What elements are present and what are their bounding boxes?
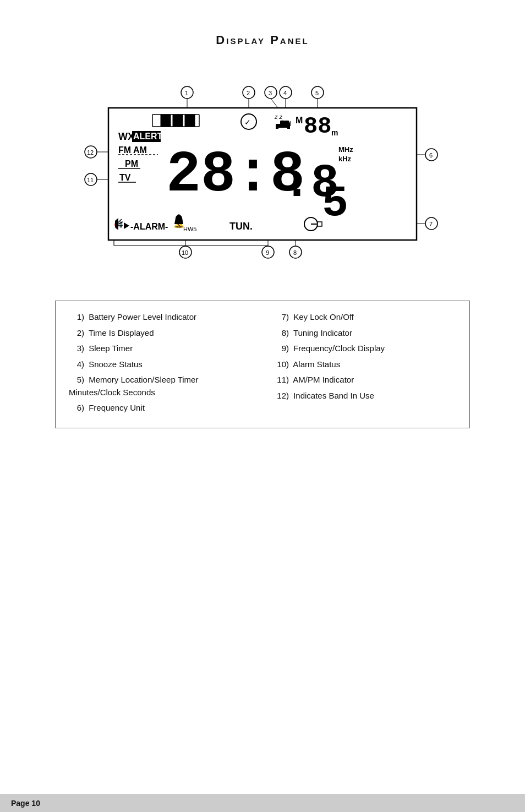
list-item: 11) AM/PM Indicator	[274, 374, 456, 386]
list-item: 10) Alarm Status	[274, 358, 456, 371]
svg-text:FM AM: FM AM	[118, 145, 147, 155]
svg-text:5: 5	[315, 90, 319, 96]
list-item: 9) Frequency/Clock Display	[274, 342, 456, 355]
list-item: 5) Memory Location/Sleep Timer Minutes/C…	[69, 374, 251, 399]
svg-rect-3	[185, 115, 195, 127]
svg-text:m: m	[331, 128, 338, 137]
svg-text:PM: PM	[125, 159, 138, 168]
svg-text:WX: WX	[118, 131, 134, 142]
svg-rect-27	[287, 127, 290, 129]
svg-text:11: 11	[87, 177, 94, 183]
list-item: 4) Snooze Status	[69, 358, 251, 371]
svg-text:12: 12	[87, 149, 94, 156]
svg-rect-2	[173, 115, 183, 127]
svg-text:-ALARM-: -ALARM-	[130, 222, 168, 231]
svg-text:88: 88	[304, 113, 331, 140]
svg-text:4: 4	[283, 90, 287, 96]
page-number: Page 10	[11, 799, 40, 808]
list-item: 1) Battery Power Level Indicator	[69, 311, 251, 324]
ref-col-right: 7) Key Lock On/Off 8) Tuning Indicator 9…	[274, 311, 456, 418]
svg-text:TUN.: TUN.	[229, 221, 253, 232]
svg-text:3: 3	[269, 90, 272, 96]
svg-text:6: 6	[429, 152, 433, 159]
display-diagram: WX ALERT FM AM PM TV 28:8 .8 5 ✓ z z 🛏	[44, 69, 481, 273]
list-item: 8) Tuning Indicator	[274, 327, 456, 340]
svg-text:10: 10	[182, 249, 188, 256]
svg-text:kHz: kHz	[338, 155, 352, 163]
svg-text:2: 2	[247, 90, 250, 96]
page-title: Display Panel	[44, 33, 481, 47]
list-item: 2) Time Is Displayed	[69, 327, 251, 340]
svg-line-56	[271, 99, 278, 108]
svg-text:✓: ✓	[244, 118, 251, 127]
list-item: 12) Indicates Band In Use	[274, 390, 456, 402]
svg-text:TV: TV	[119, 173, 131, 182]
svg-text:5: 5	[322, 178, 348, 228]
svg-rect-47	[318, 222, 322, 226]
page-footer: Page 10	[0, 794, 525, 812]
svg-text:MHz: MHz	[338, 145, 353, 154]
svg-text:1: 1	[185, 90, 188, 96]
ref-col-left: 1) Battery Power Level Indicator 2) Time…	[69, 311, 251, 418]
list-item: 7) Key Lock On/Off	[274, 311, 456, 324]
svg-text:HW5: HW5	[183, 226, 196, 232]
list-item: 3) Sleep Timer	[69, 342, 251, 355]
svg-text:M: M	[296, 116, 303, 125]
svg-text:7: 7	[429, 221, 433, 227]
list-item: 6) Frequency Unit	[69, 402, 251, 415]
svg-rect-26	[276, 127, 278, 129]
svg-text:ALERT: ALERT	[133, 132, 163, 141]
reference-table: 1) Battery Power Level Indicator 2) Time…	[55, 301, 470, 428]
svg-text:8: 8	[293, 249, 297, 256]
svg-rect-1	[161, 115, 171, 127]
svg-text:9: 9	[266, 249, 269, 256]
